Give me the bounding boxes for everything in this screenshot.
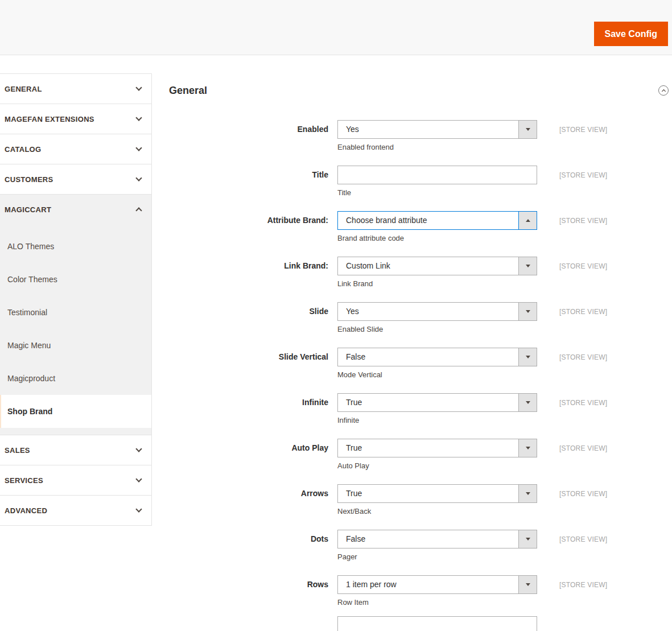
select-value: 1 item per row — [338, 576, 537, 593]
scope-label: [STORE VIEW] — [559, 393, 607, 407]
field-control: 1 item per row Row Item — [337, 575, 537, 607]
field-note: Link Brand — [337, 279, 537, 288]
field-label: Link Brand: — [169, 257, 328, 270]
nav-item-label: Magicproduct — [7, 374, 55, 383]
scope-label: [STORE VIEW] — [559, 439, 607, 452]
nav-section-magefan-extensions[interactable]: MAGEFAN EXTENSIONS — [0, 104, 151, 134]
select-dots[interactable]: False — [337, 530, 537, 548]
field-row-slide-vertical: Slide Vertical False Mode Vertical [STOR… — [169, 348, 672, 379]
scope-label: [STORE VIEW] — [559, 302, 607, 316]
select-auto-play[interactable]: True — [337, 439, 537, 457]
field-label: Arrows — [169, 484, 328, 498]
nav-item-testimonial[interactable]: Testimonial — [0, 296, 151, 329]
collapse-section-icon[interactable] — [658, 85, 669, 96]
field-row-auto-play: Auto Play True Auto Play [STORE VIEW] — [169, 439, 672, 470]
select-value: Custom Link — [338, 257, 537, 275]
select-rows[interactable]: 1 item per row — [337, 575, 537, 594]
sidebar: GENERAL MAGEFAN EXTENSIONS CATALOG CUSTO… — [0, 55, 152, 526]
input-11[interactable] — [337, 616, 537, 631]
nav-item-shop-brand[interactable]: Shop Brand — [0, 395, 151, 428]
select-dropdown-button[interactable] — [518, 121, 537, 138]
nav-section-customers[interactable]: CUSTOMERS — [0, 164, 151, 194]
select-dropdown-button[interactable] — [518, 348, 537, 366]
field-control: Choose brand attribute Brand attribute c… — [337, 211, 537, 242]
select-dropdown-button[interactable] — [518, 212, 537, 229]
field-row-arrows: Arrows True Next/Back [STORE VIEW] — [169, 484, 672, 515]
select-infinite[interactable]: True — [337, 393, 537, 412]
dropdown-arrow-icon — [526, 310, 530, 313]
nav-section-sales[interactable]: SALES — [0, 435, 151, 465]
select-value: True — [338, 394, 537, 411]
field-note: Row Item — [337, 598, 537, 607]
chevron-down-icon — [135, 145, 142, 151]
select-slide-vertical[interactable]: False — [337, 348, 537, 366]
select-dropdown-button[interactable] — [518, 439, 537, 457]
field-control: Title — [337, 166, 537, 197]
nav-item-magic-menu[interactable]: Magic Menu — [0, 329, 151, 362]
nav-item-label: Color Themes — [7, 275, 57, 284]
field-note: Infinite — [337, 416, 537, 424]
nav-section-label: GENERAL — [5, 85, 42, 93]
nav-section-general[interactable]: GENERAL — [0, 73, 151, 104]
field-row-infinite: Infinite True Infinite [STORE VIEW] — [169, 393, 672, 424]
nav-section-magiccart[interactable]: MAGICCART — [0, 194, 151, 224]
field-label: Dots — [169, 530, 328, 543]
nav-section-advanced[interactable]: ADVANCED — [0, 495, 151, 525]
nav-section-catalog[interactable]: CATALOG — [0, 134, 151, 164]
select-slide[interactable]: Yes — [337, 302, 537, 321]
select-attribute-brand[interactable]: Choose brand attribute — [337, 211, 537, 230]
nav-section-label: MAGICCART — [5, 205, 51, 214]
field-control: True Next/Back — [337, 484, 537, 515]
field-label: Slide — [169, 302, 328, 316]
select-value: Yes — [338, 121, 537, 138]
select-dropdown-button[interactable] — [518, 485, 537, 502]
select-value: Yes — [338, 303, 537, 320]
select-dropdown-button[interactable] — [518, 394, 537, 411]
save-config-button[interactable]: Save Config — [594, 22, 668, 46]
field-label: Title — [169, 166, 328, 179]
select-value: True — [338, 485, 537, 502]
chevron-down-icon — [135, 84, 142, 90]
nav-section-label: SERVICES — [5, 476, 43, 485]
nav-item-color-themes[interactable]: Color Themes — [0, 263, 151, 296]
field-note: Title — [337, 188, 537, 197]
select-dropdown-button[interactable] — [518, 303, 537, 320]
top-toolbar: Save Config — [0, 0, 672, 55]
field-control — [337, 616, 537, 631]
nav-section-services[interactable]: SERVICES — [0, 465, 151, 495]
select-dropdown-button[interactable] — [518, 257, 537, 275]
nav-item-magicproduct[interactable]: Magicproduct — [0, 362, 151, 395]
field-control: Yes Enabled Slide — [337, 302, 537, 333]
field-control: False Pager — [337, 530, 537, 561]
select-dropdown-button[interactable] — [518, 530, 537, 548]
chevron-down-icon — [135, 506, 142, 512]
field-note: Pager — [337, 552, 537, 561]
dropdown-arrow-icon — [526, 583, 530, 586]
scope-label: [STORE VIEW] — [559, 211, 607, 225]
field-note: Enabled frontend — [337, 143, 537, 151]
field-row-slide: Slide Yes Enabled Slide [STORE VIEW] — [169, 302, 672, 333]
nav-section-label: SALES — [5, 446, 30, 455]
config-nav: GENERAL MAGEFAN EXTENSIONS CATALOG CUSTO… — [0, 73, 152, 526]
chevron-down-icon — [135, 114, 142, 121]
select-arrows[interactable]: True — [337, 484, 537, 503]
field-note: Next/Back — [337, 507, 537, 515]
dropdown-arrow-icon — [526, 492, 530, 495]
field-row-11 — [169, 616, 672, 631]
field-label — [169, 616, 328, 621]
field-label: Auto Play — [169, 439, 328, 452]
field-label: Attribute Brand: — [169, 211, 328, 225]
section-header: General — [169, 85, 672, 96]
fields: Enabled Yes Enabled frontend [STORE VIEW… — [169, 120, 672, 631]
select-dropdown-button[interactable] — [518, 576, 537, 593]
nav-item-alo-themes[interactable]: ALO Themes — [0, 230, 151, 263]
select-value: False — [338, 530, 537, 548]
select-value: Choose brand attribute — [338, 212, 537, 229]
select-value: True — [338, 439, 537, 457]
field-row-title: Title Title [STORE VIEW] — [169, 166, 672, 197]
field-row-enabled: Enabled Yes Enabled frontend [STORE VIEW… — [169, 120, 672, 151]
nav-item-label: Magic Menu — [7, 341, 51, 350]
input-title[interactable] — [337, 166, 537, 184]
select-link-brand[interactable]: Custom Link — [337, 257, 537, 275]
select-enabled[interactable]: Yes — [337, 120, 537, 139]
